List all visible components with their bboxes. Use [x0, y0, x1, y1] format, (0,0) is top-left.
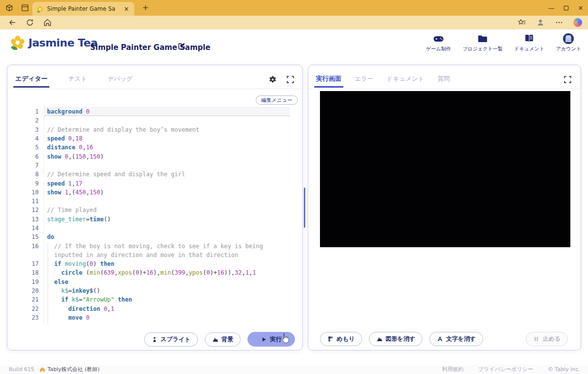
- code-line[interactable]: 23 move 0: [18, 313, 290, 322]
- code-line[interactable]: 21 if k$="ArrowUp" then: [18, 295, 290, 304]
- ellipsis-icon[interactable]: [555, 18, 564, 27]
- build-number: Build 615: [9, 366, 34, 373]
- code-line[interactable]: 14: [18, 224, 290, 233]
- code-line[interactable]: 9speed 1,17: [18, 179, 290, 187]
- stop-button[interactable]: 止める: [526, 332, 568, 346]
- terms-link[interactable]: 利用規約: [442, 366, 464, 373]
- divider: [7, 89, 302, 89]
- line-number: 17: [18, 260, 39, 267]
- code-line[interactable]: 12// Time played: [18, 206, 290, 214]
- favorites-star-icon[interactable]: [517, 18, 526, 27]
- clear-text-button[interactable]: A 文字を消す: [429, 332, 483, 346]
- project-title: Simple Painter Game Sample: [90, 43, 210, 52]
- code-line[interactable]: 8// Determine speed and display the girl: [18, 170, 290, 179]
- profile-icon[interactable]: [536, 18, 545, 27]
- browser-tab-title: Simple Painter Game Sample | Stu: [47, 5, 116, 12]
- code-text: // Time played: [39, 207, 97, 213]
- top-nav: ゲーム制作 プロジェクト一覧 ドキュメント アカウント: [426, 33, 581, 52]
- code-line[interactable]: 7: [18, 161, 290, 170]
- maximize-icon[interactable]: [559, 0, 573, 16]
- code-line[interactable]: 19 else: [18, 278, 290, 286]
- code-line[interactable]: 1background 0: [18, 107, 290, 116]
- editor-tabs: エディター テスト デバッグ: [15, 75, 153, 88]
- browser-tab[interactable]: Simple Painter Game Sample | Stu ✕: [32, 2, 134, 16]
- tab-run-screen[interactable]: 実行画面: [316, 75, 342, 88]
- line-number: 9: [18, 180, 39, 187]
- background-button[interactable]: 背景: [205, 332, 241, 347]
- clear-text-button-label: 文字を消す: [446, 335, 476, 343]
- code-text: distance 0,16: [39, 144, 93, 151]
- code-text: speed 0,18: [39, 135, 82, 142]
- code-line[interactable]: 16 // If the boy is not moving, check to…: [18, 241, 290, 250]
- fullscreen-icon[interactable]: [286, 75, 294, 84]
- game-screen[interactable]: [320, 91, 570, 247]
- brand-logo[interactable]: Jasmine Tea: [10, 35, 98, 50]
- back-icon[interactable]: [8, 18, 17, 27]
- code-line[interactable]: 6show 0,(150,150): [18, 152, 290, 161]
- code-line[interactable]: 4speed 0,18: [18, 134, 290, 143]
- line-number: 1: [18, 108, 39, 115]
- tab-editor[interactable]: エディター: [15, 75, 48, 88]
- code-line[interactable]: 15do: [18, 233, 290, 241]
- line-number: 19: [18, 279, 39, 285]
- privacy-link[interactable]: プライバシーポリシー: [478, 366, 533, 373]
- code-line[interactable]: 5distance 0,16: [18, 143, 290, 152]
- memory-button[interactable]: めもり: [320, 332, 362, 346]
- code-line[interactable]: 18 circle (min(639,xpos(0)+16),min(399,y…: [18, 268, 290, 277]
- code-line[interactable]: 2: [18, 116, 290, 125]
- nav-item-documents[interactable]: ドキュメント: [514, 33, 544, 52]
- line-number: 23: [18, 314, 39, 321]
- nav-item-account[interactable]: アカウント: [556, 33, 581, 52]
- tab-questions[interactable]: 質問: [438, 75, 450, 88]
- code-text: inputted in any direction and move in th…: [39, 252, 238, 258]
- sprite-button-label: スプライト: [161, 335, 191, 344]
- sprite-button[interactable]: スプライト: [144, 332, 198, 347]
- tab-debug[interactable]: デバッグ: [108, 75, 133, 88]
- panel-resize-handle[interactable]: [304, 187, 305, 228]
- organization: Tably株式会社 (教師): [39, 366, 99, 373]
- edit-menu-button[interactable]: 編集メニュー: [256, 95, 298, 105]
- new-tab-icon[interactable]: +: [141, 3, 150, 12]
- home-icon[interactable]: [43, 18, 52, 27]
- code-line[interactable]: 20 k$=inkey$(): [18, 286, 290, 295]
- code-text: k$=inkey$(): [39, 287, 100, 294]
- code-line[interactable]: 22 direction 0,1: [18, 304, 290, 313]
- tab-test[interactable]: テスト: [68, 75, 87, 88]
- code-line[interactable]: 13stage_timer=time(): [18, 215, 290, 224]
- nav-label: ドキュメント: [514, 46, 544, 52]
- code-line[interactable]: 11: [18, 197, 290, 206]
- nav-item-project-list[interactable]: プロジェクト一覧: [463, 33, 502, 52]
- tab-errors[interactable]: エラー: [355, 75, 373, 88]
- close-window-icon[interactable]: ✕: [573, 0, 588, 16]
- code-line[interactable]: 10show 1,(450,150): [18, 188, 290, 197]
- fullscreen-icon[interactable]: [564, 75, 572, 84]
- line-number: 13: [18, 216, 39, 223]
- folder-icon: [477, 33, 488, 44]
- gear-icon[interactable]: [269, 75, 277, 84]
- nav-item-game-create[interactable]: ゲーム制作: [426, 33, 451, 52]
- close-tab-icon[interactable]: ✕: [122, 5, 130, 13]
- app-header: Jasmine Tea Simple Painter Game Sample ゲ…: [0, 29, 588, 56]
- code-line[interactable]: 17 if moving(0) then: [18, 259, 290, 268]
- edit-icon[interactable]: [177, 42, 186, 50]
- tab-documents[interactable]: ドキュメント: [387, 75, 424, 88]
- copilot-icon[interactable]: [573, 18, 582, 27]
- workspaces-icon[interactable]: [5, 3, 14, 12]
- mountain-icon: [212, 336, 219, 343]
- clear-shapes-button[interactable]: 図形を消す: [369, 332, 423, 346]
- code-editor[interactable]: 1background 023// Determine and display …: [18, 104, 290, 326]
- code-line[interactable]: inputted in any direction and move in th…: [18, 251, 290, 259]
- code-text: show 1,(450,150): [39, 189, 104, 196]
- browser-toolbar: https://jasminetea.app/studio: [0, 16, 588, 29]
- line-number: 6: [18, 153, 39, 160]
- refresh-icon[interactable]: [25, 18, 34, 27]
- flower-logo: [10, 35, 25, 50]
- copyright: © Tably Inc.: [548, 366, 580, 373]
- browser-tabstrip: Simple Painter Game Sample | Stu ✕ + — ✕: [0, 0, 588, 16]
- line-number: 15: [18, 234, 39, 240]
- minimize-icon[interactable]: —: [544, 0, 559, 16]
- code-line[interactable]: 3// Determine and display the boy’s move…: [18, 125, 290, 134]
- stop-action: 止める: [526, 332, 568, 346]
- tab-actions-icon[interactable]: [21, 3, 29, 12]
- stop-button-label: 止める: [542, 335, 561, 343]
